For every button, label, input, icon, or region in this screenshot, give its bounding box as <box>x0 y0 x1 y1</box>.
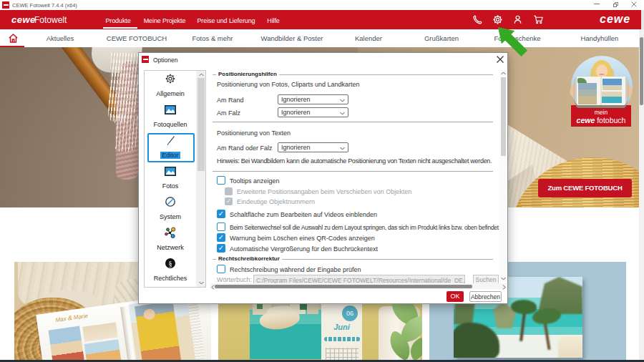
svg-text:§: § <box>169 260 172 268</box>
